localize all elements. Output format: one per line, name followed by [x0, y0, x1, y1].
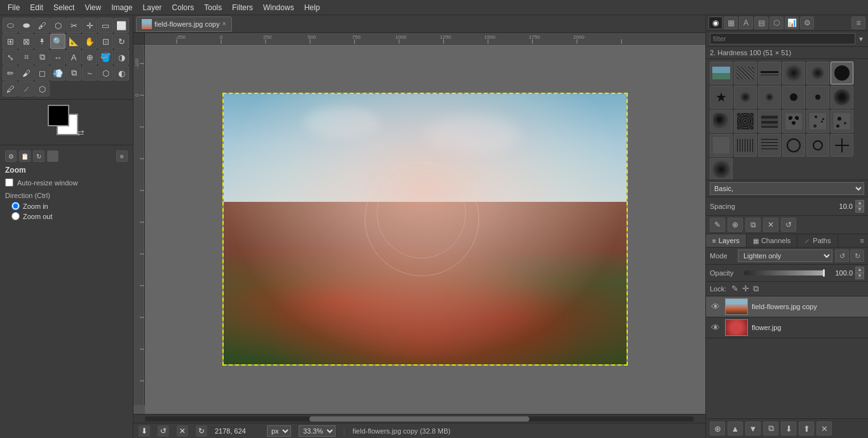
- brush-hard-xs[interactable]: [806, 86, 829, 109]
- toolopt-icon4[interactable]: [47, 150, 58, 162]
- menu-tools[interactable]: Tools: [199, 2, 227, 13]
- tab-paths[interactable]: ⟋ Paths: [797, 234, 837, 247]
- brush-splat1[interactable]: [831, 86, 853, 109]
- brush-star[interactable]: ★: [710, 86, 733, 109]
- tool-perspective[interactable]: ⧉: [34, 50, 50, 65]
- panel-icon-brushes[interactable]: ◉: [709, 17, 722, 29]
- brush-texture[interactable]: [734, 62, 757, 84]
- layers-menu-icon[interactable]: ≡: [859, 236, 865, 246]
- brush-refresh-btn[interactable]: ↺: [781, 218, 796, 232]
- brush-circle-outline1[interactable]: [782, 134, 805, 157]
- brush-splat2[interactable]: [710, 110, 733, 133]
- brush-hard-sm[interactable]: [782, 86, 805, 109]
- tool-bucket[interactable]: 🪣: [98, 50, 113, 65]
- brush-lines2[interactable]: [758, 134, 781, 157]
- opacity-slider[interactable]: [744, 270, 825, 275]
- tool-eraser[interactable]: ◻: [34, 65, 50, 81]
- tool-ink[interactable]: 🖊: [3, 81, 18, 96]
- tool-measure[interactable]: 📐: [66, 34, 81, 49]
- brush-edit-btn[interactable]: ✎: [710, 218, 725, 232]
- move-layer-down-btn[interactable]: ▼: [745, 421, 761, 435]
- opacity-down[interactable]: ▼: [855, 273, 864, 279]
- merge-down-btn[interactable]: ⬇: [781, 421, 796, 435]
- panel-icon-dynamics[interactable]: 📊: [785, 17, 799, 29]
- tool-text[interactable]: A: [66, 50, 81, 65]
- tool-zoom[interactable]: 🔍: [50, 34, 65, 49]
- duplicate-layer-btn[interactable]: ⧉: [763, 421, 778, 435]
- tab-close-icon[interactable]: ×: [222, 20, 226, 27]
- export-layer-btn[interactable]: ⬆: [799, 421, 814, 435]
- image-tab[interactable]: field-flowers.jpg copy ×: [136, 17, 232, 32]
- brush-rough2[interactable]: [758, 110, 781, 133]
- move-layer-up-btn[interactable]: ▲: [728, 421, 743, 435]
- brush-copy-btn[interactable]: ⧉: [745, 218, 761, 232]
- brush-soft-sm1[interactable]: [734, 86, 757, 109]
- toolopt-menu[interactable]: ≡: [116, 150, 128, 162]
- menu-file[interactable]: File: [3, 2, 25, 13]
- spacing-spinner[interactable]: ▲ ▼: [855, 200, 864, 213]
- tool-fuzzy-select[interactable]: ⬡: [50, 18, 65, 33]
- tool-smudge[interactable]: ~: [82, 65, 97, 81]
- brush-soft-large[interactable]: [782, 62, 805, 84]
- opacity-handle[interactable]: [823, 269, 825, 277]
- brush-rough1[interactable]: [734, 110, 757, 133]
- brush-circle-outline2[interactable]: [806, 134, 829, 157]
- tool-blob[interactable]: ⬬: [18, 18, 34, 33]
- opacity-spinner[interactable]: ▲ ▼: [855, 267, 864, 279]
- brush-delete-btn[interactable]: ✕: [763, 218, 778, 232]
- status-export-icon[interactable]: ⬇: [139, 425, 150, 437]
- tool-blend[interactable]: ◑: [114, 50, 129, 65]
- canvas-image[interactable]: [222, 93, 628, 366]
- layer-item[interactable]: 👁 flower.jpg: [706, 317, 868, 338]
- brush-new-btn[interactable]: ⊕: [728, 218, 743, 232]
- status-restore-icon[interactable]: ↻: [196, 425, 207, 437]
- tool-dodge-burn[interactable]: ◐: [114, 65, 129, 81]
- swap-colors-icon[interactable]: ⇄: [77, 128, 85, 138]
- tool-clone[interactable]: ⧉: [66, 65, 81, 81]
- tool-flip[interactable]: ↔: [50, 50, 65, 65]
- brush-soft-med[interactable]: [806, 62, 829, 84]
- panel-icon-patterns[interactable]: ▦: [724, 17, 738, 29]
- layer-visibility-toggle[interactable]: 👁: [710, 301, 721, 312]
- tool-pencil[interactable]: ✏: [3, 65, 18, 81]
- canvas-scroll[interactable]: -100 0: [133, 44, 705, 414]
- panel-icon-gradients[interactable]: ▤: [754, 17, 768, 29]
- brush-hardline[interactable]: [758, 62, 781, 84]
- brush-filter-input[interactable]: [710, 33, 855, 44]
- foreground-color[interactable]: [48, 105, 69, 126]
- panel-icon-palettes[interactable]: ⬡: [770, 17, 783, 29]
- tool-pan[interactable]: ✋: [82, 34, 97, 49]
- mode-redo-btn[interactable]: ↻: [850, 249, 864, 262]
- panel-icon-tool-presets[interactable]: ⚙: [800, 17, 814, 29]
- zoom-selector[interactable]: 33.3%: [299, 425, 336, 437]
- scrollbar-thumb[interactable]: [309, 416, 529, 421]
- tool-scale[interactable]: ⤡: [3, 50, 18, 65]
- menu-edit[interactable]: Edit: [25, 2, 48, 13]
- menu-image[interactable]: Image: [106, 2, 137, 13]
- lock-move-icon[interactable]: ✛: [742, 284, 749, 294]
- horizontal-scrollbar[interactable]: [133, 414, 705, 423]
- brush-scatter3[interactable]: [710, 134, 733, 157]
- tool-rotate[interactable]: ↻: [114, 34, 129, 49]
- brush-dot-pattern[interactable]: [782, 110, 805, 133]
- status-undo-icon[interactable]: ↺: [158, 425, 169, 437]
- brush-cross1[interactable]: [831, 134, 853, 157]
- toolopt-icon1[interactable]: ⚙: [5, 150, 17, 162]
- menu-view[interactable]: View: [79, 2, 106, 13]
- new-layer-btn[interactable]: ⊕: [710, 421, 725, 435]
- tool-scissors[interactable]: ✂: [66, 18, 81, 33]
- panel-icon-fonts[interactable]: A: [739, 17, 753, 29]
- layer-item[interactable]: 👁 field-flowers.jpg copy: [706, 296, 868, 317]
- brush-landscape[interactable]: [710, 62, 733, 84]
- tool-iscissors[interactable]: ⬡: [34, 81, 50, 96]
- menu-help[interactable]: Help: [299, 2, 325, 13]
- tool-move[interactable]: ✛: [82, 18, 97, 33]
- tool-align[interactable]: ⊞: [3, 34, 18, 49]
- brush-scatter1[interactable]: [806, 110, 829, 133]
- menu-windows[interactable]: Windows: [258, 2, 299, 13]
- unit-selector[interactable]: px: [267, 425, 291, 437]
- tool-freehand[interactable]: 🖋: [34, 18, 50, 33]
- tool-rect-select[interactable]: ▭: [98, 18, 113, 33]
- menu-colors[interactable]: Colors: [167, 2, 200, 13]
- tool-airbrush[interactable]: 💨: [50, 65, 65, 81]
